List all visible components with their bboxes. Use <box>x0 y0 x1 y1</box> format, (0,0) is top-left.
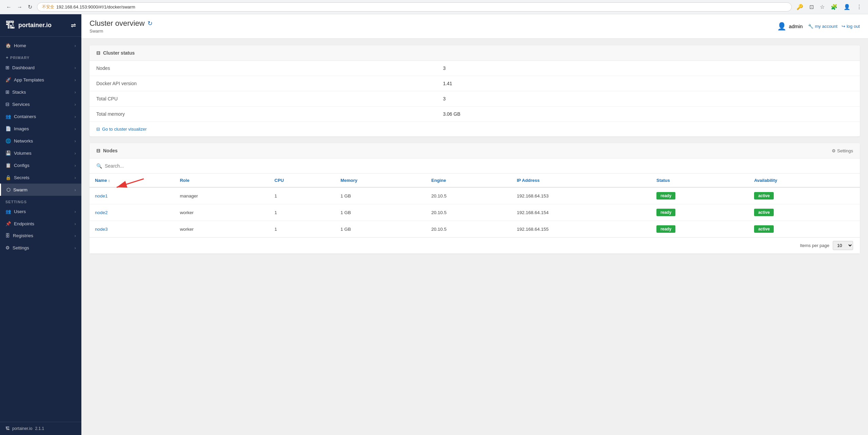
nodes-table-container: Name ↕ Role CPU Memory Engine IP Address… <box>90 174 860 237</box>
node3-link[interactable]: node3 <box>95 227 108 232</box>
section-icon: ✦ <box>5 56 9 60</box>
status-badge: ready <box>656 192 675 200</box>
sidebar-item-swarm[interactable]: ⬡ Swarm › <box>0 184 81 196</box>
col-header-role[interactable]: Role <box>174 174 269 187</box>
node3-cpu-cell: 1 <box>269 221 335 238</box>
col-header-cpu[interactable]: CPU <box>269 174 335 187</box>
refresh-button[interactable]: ↻ <box>26 3 34 11</box>
settings-link-text: Settings <box>837 148 853 153</box>
cluster-info-table: Nodes 3 Docker API version 1.41 Total CP… <box>90 61 860 121</box>
translate-icon[interactable]: ⊡ <box>807 2 816 12</box>
sidebar-item-images[interactable]: 📄 Images › <box>0 122 81 135</box>
sidebar-item-label: Swarm <box>13 187 27 192</box>
footer-logo-icon: 🏗 <box>5 426 9 431</box>
profile-icon[interactable]: 👤 <box>842 2 852 12</box>
user-avatar-icon: 👤 <box>777 22 786 31</box>
col-header-engine[interactable]: Engine <box>426 174 511 187</box>
sidebar-item-stacks[interactable]: ⊞ Stacks › <box>0 86 81 98</box>
sidebar-item-services[interactable]: ⊟ Services › <box>0 98 81 110</box>
networks-arrow-icon: › <box>75 138 76 144</box>
extension-icon[interactable]: 🧩 <box>829 2 840 12</box>
table-row: Docker API version 1.41 <box>90 76 860 91</box>
sidebar-item-label: Dashboard <box>12 65 35 70</box>
page-title: Cluster overview ↻ <box>90 19 153 28</box>
url-display: 192.168.64.153:9000/#!/1/docker/swarm <box>56 4 135 10</box>
nodes-header: ⊟ Nodes ⚙ Settings <box>90 143 860 158</box>
sidebar-item-containers[interactable]: 👥 Containers › <box>0 110 81 122</box>
gear-icon: ⚙ <box>832 148 836 153</box>
sidebar-item-app-templates[interactable]: 🚀 App Templates › <box>0 74 81 86</box>
col-header-status[interactable]: Status <box>651 174 749 187</box>
cluster-status-card: ⊟ Cluster status Nodes 3 Docker API vers… <box>90 45 860 136</box>
sidebar-item-label: App Templates <box>14 77 44 82</box>
sidebar-item-volumes[interactable]: 💾 Volumes › <box>0 147 81 159</box>
sidebar-item-label: Settings <box>13 245 29 250</box>
user-info: 👤 admin <box>777 22 803 31</box>
sidebar-item-dashboard[interactable]: ⊞ Dashboard › <box>0 61 81 74</box>
items-per-page-label: Items per page <box>800 243 829 248</box>
sidebar-item-home[interactable]: 🏠 Home › <box>0 39 81 52</box>
table-header-row: Name ↕ Role CPU Memory Engine IP Address… <box>90 174 860 187</box>
sidebar-item-secrets[interactable]: 🔒 Secrets › <box>0 171 81 184</box>
table-row: Total memory 3.06 GB <box>90 107 860 122</box>
topbar-left: Cluster overview ↻ Swarm <box>90 19 153 34</box>
nodes-card: ⊟ Nodes ⚙ Settings 🔍 <box>90 143 860 253</box>
sidebar-toggle-icon[interactable]: ⇌ <box>71 22 76 29</box>
node1-memory-cell: 1 GB <box>335 187 426 204</box>
col-header-name[interactable]: Name ↕ <box>90 174 174 187</box>
services-arrow-icon: › <box>75 102 76 107</box>
sidebar-item-configs[interactable]: 📋 Configs › <box>0 159 81 171</box>
items-per-page-select[interactable]: 10 25 50 100 <box>833 241 853 250</box>
menu-icon[interactable]: ⋮ <box>854 2 864 12</box>
nodes-settings-link[interactable]: ⚙ Settings <box>832 148 853 153</box>
logout-text: log out <box>847 24 860 29</box>
col-header-memory[interactable]: Memory <box>335 174 426 187</box>
refresh-icon[interactable]: ↻ <box>147 20 153 27</box>
status-badge: ready <box>656 209 675 216</box>
col-header-ip[interactable]: IP Address <box>511 174 651 187</box>
availability-badge: active <box>754 192 774 200</box>
sidebar-item-label: Containers <box>14 114 36 119</box>
cluster-status-header: ⊟ Cluster status <box>90 45 860 61</box>
sidebar-item-endpoints[interactable]: 📌 Endpoints › <box>0 218 81 230</box>
node2-link[interactable]: node2 <box>95 210 108 215</box>
logout-link[interactable]: ↪ log out <box>842 24 860 29</box>
address-bar[interactable]: 不安全 192.168.64.153:9000/#!/1/docker/swar… <box>37 2 792 12</box>
visualizer-icon: ⊟ <box>96 127 100 132</box>
search-input[interactable] <box>105 163 853 169</box>
endpoints-arrow-icon: › <box>75 221 76 226</box>
node3-engine-cell: 20.10.5 <box>426 221 511 238</box>
sidebar-item-label: Networks <box>14 138 33 144</box>
node1-name-cell: node1 <box>90 187 174 204</box>
sidebar-item-label: Registries <box>13 233 33 238</box>
availability-badge: active <box>754 225 774 233</box>
node1-link[interactable]: node1 <box>95 193 108 198</box>
col-header-availability[interactable]: Availability <box>749 174 860 187</box>
my-account-link[interactable]: 🔧 my account <box>808 24 837 29</box>
footer-version: 2.1.1 <box>35 426 44 431</box>
table-row: node2 worker 1 1 GB 20.10.5 192.168.64.1… <box>90 204 860 221</box>
cluster-visualizer-link[interactable]: ⊟ Go to cluster visualizer <box>96 127 853 132</box>
key-icon[interactable]: 🔑 <box>794 2 805 12</box>
volumes-icon: 💾 <box>5 150 11 156</box>
forward-button[interactable]: → <box>15 3 24 11</box>
nodes-value: 3 <box>436 61 860 76</box>
bookmark-icon[interactable]: ☆ <box>818 2 827 12</box>
users-arrow-icon: › <box>75 209 76 214</box>
table-row: node3 worker 1 1 GB 20.10.5 192.168.64.1… <box>90 221 860 238</box>
secrets-icon: 🔒 <box>5 175 11 180</box>
sidebar-item-networks[interactable]: 🌐 Networks › <box>0 135 81 147</box>
sidebar-item-registries[interactable]: 🗄 Registries › <box>0 230 81 242</box>
dashboard-arrow-icon: › <box>75 65 76 70</box>
browser-bar: ← → ↻ 不安全 192.168.64.153:9000/#!/1/docke… <box>0 0 868 14</box>
sidebar-item-settings[interactable]: ⚙ Settings › <box>0 242 81 254</box>
docker-api-value: 1.41 <box>436 76 860 91</box>
pagination-bar: Items per page 10 25 50 100 <box>90 237 860 253</box>
status-badge: ready <box>656 225 675 233</box>
topbar-links: 🔧 my account ↪ log out <box>808 24 860 29</box>
node2-availability-cell: active <box>749 204 860 221</box>
username-text: admin <box>789 23 803 29</box>
sidebar-item-users[interactable]: 👥 Users › <box>0 205 81 218</box>
logout-icon: ↪ <box>842 24 845 29</box>
back-button[interactable]: ← <box>4 3 14 11</box>
